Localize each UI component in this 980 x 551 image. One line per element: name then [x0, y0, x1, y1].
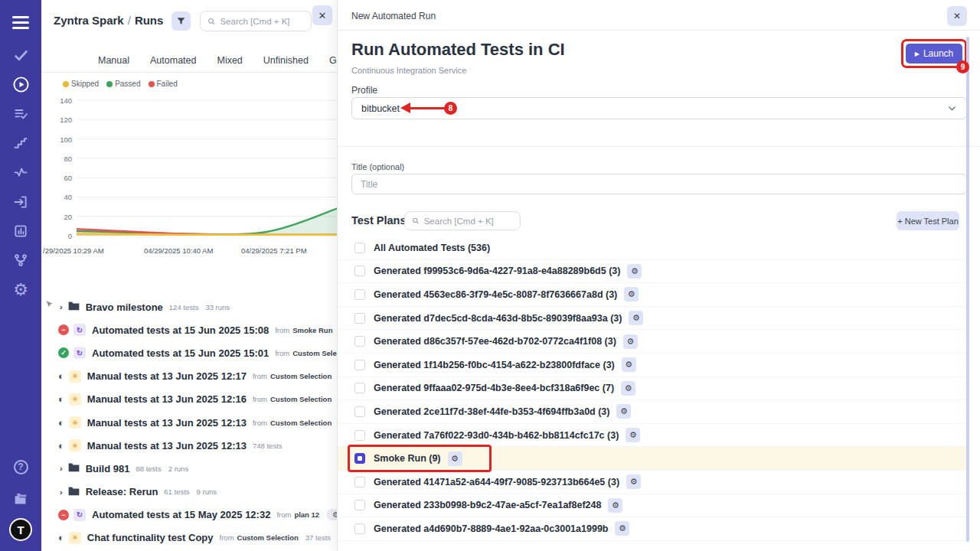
help-icon[interactable]: ? — [0, 456, 41, 478]
test-plan-settings-button[interactable]: ⚙ — [448, 452, 462, 466]
breadcrumb-project[interactable]: Zyntra Spark — [54, 14, 124, 27]
pulse-icon[interactable] — [0, 161, 41, 183]
tab-unfinished[interactable]: Unfinished — [263, 55, 309, 66]
runs-search[interactable] — [200, 11, 312, 31]
filter-button[interactable] — [172, 11, 191, 31]
test-plan-checkbox[interactable] — [354, 453, 365, 464]
tab-groups[interactable]: Groups — [329, 55, 337, 66]
page-subtitle: Continuous Integration Service — [351, 66, 466, 75]
breadcrumb-current: Runs — [135, 14, 164, 27]
test-plan-settings-button[interactable]: ⚙ — [626, 428, 640, 442]
test-plan-settings-button[interactable]: ⚙ — [616, 404, 631, 419]
test-plan-checkbox[interactable] — [354, 313, 365, 324]
runs-folder-row[interactable]: ›Build 98188 tests2 runs — [47, 457, 337, 480]
run-row[interactable]: −↻Automated tests at 15 May 2025 12:32fr… — [47, 504, 337, 527]
test-plan-row[interactable]: Generated 2ce11f7d-38ef-44fe-b353-4f694f… — [338, 400, 967, 424]
run-title: Automated tests at 15 May 2025 12:32 — [92, 509, 270, 520]
branches-icon[interactable] — [0, 249, 41, 271]
test-plan-checkbox[interactable] — [354, 383, 365, 393]
test-plan-settings-button[interactable]: ⚙ — [627, 264, 642, 279]
test-plans-search[interactable] — [404, 211, 521, 230]
test-plan-row[interactable]: Generated 41471a52-a644-49f7-9085-923713… — [338, 471, 967, 494]
chevron-right-icon[interactable]: › — [60, 302, 63, 311]
new-automated-run-drawer: New Automated Run ✕ Run Automated Tests … — [337, 0, 980, 551]
test-plan-row[interactable]: Generated 233b0998-b9c2-47ae-a5cf-7ea1af… — [338, 494, 967, 518]
test-plan-checkbox[interactable] — [354, 523, 365, 534]
test-plan-settings-button[interactable]: ⚙ — [626, 474, 641, 489]
test-plan-row[interactable]: Generated d7dec5cd-8cda-463d-8b5c-89039f… — [338, 307, 967, 331]
test-plan-settings-button[interactable]: ⚙ — [622, 357, 636, 372]
test-plan-settings-button[interactable]: ⚙ — [629, 311, 643, 325]
app-logo[interactable]: T — [0, 519, 41, 540]
test-plan-row[interactable]: Generated a4d690b7-8889-4ae1-92aa-0c3001… — [338, 517, 967, 541]
profile-label: Profile — [351, 85, 377, 96]
run-row[interactable]: ◐✳Chat functinality test CopyfromCustom … — [47, 527, 337, 549]
run-row[interactable]: ◐✳Manual tests at 13 Jun 2025 12:17fromC… — [47, 365, 337, 388]
test-plan-settings-button[interactable]: ⚙ — [621, 381, 635, 396]
test-plan-checkbox[interactable] — [354, 477, 365, 487]
run-row[interactable]: ◐✳Manual tests at 13 Jun 2025 12:13fromC… — [47, 411, 337, 434]
run-row[interactable]: ◐✳Manual tests at 13 Jun 2025 12:16fromC… — [47, 388, 337, 411]
milestones-stairs-icon[interactable] — [0, 132, 41, 154]
test-plan-row[interactable]: Generated d86c357f-57ee-462d-b702-0772ca… — [338, 330, 967, 354]
folder-icon — [68, 300, 80, 314]
test-plan-row[interactable]: Generated 7a76f022-93d0-434b-b462-bb8114… — [338, 424, 967, 448]
test-plan-settings-button[interactable]: ⚙ — [608, 498, 622, 513]
new-test-plan-button[interactable]: + New Test Plan — [897, 211, 959, 230]
test-plan-checkbox[interactable] — [354, 336, 365, 347]
test-plan-checkbox[interactable] — [354, 243, 365, 253]
test-plan-row[interactable]: Generated 9ffaaa02-975d-4b3e-8ee4-bcf318… — [338, 377, 967, 401]
test-plan-settings-button[interactable]: ⚙ — [623, 334, 638, 349]
tab-manual[interactable]: Manual — [98, 55, 129, 66]
manual-run-icon: ✳ — [69, 416, 81, 429]
automated-run-icon: ↻ — [74, 347, 86, 359]
run-title: Automated tests at 15 Jun 2025 15:01 — [92, 347, 269, 359]
test-plan-checkbox[interactable] — [354, 360, 365, 370]
run-row[interactable]: −↻Automated tests at 15 Jun 2025 15:08fr… — [47, 318, 337, 341]
chevron-right-icon[interactable]: › — [60, 464, 63, 473]
test-plan-row[interactable]: Generated f99953c6-9d6a-4227-91a8-e4a882… — [338, 260, 967, 284]
analytics-icon[interactable] — [0, 220, 41, 242]
tab-automated[interactable]: Automated — [150, 55, 196, 66]
automated-run-icon: ↻ — [74, 324, 86, 336]
test-plan-row[interactable]: Generated 1f14b256-f0bc-4154-a622-b23800… — [338, 354, 967, 377]
test-plan-row[interactable]: Generated 4563ec86-3f79-4e5c-8087-8f7636… — [338, 283, 967, 307]
test-plan-checkbox[interactable] — [354, 406, 365, 417]
test-plans-icon[interactable] — [0, 103, 41, 125]
scrollbar[interactable] — [966, 37, 969, 542]
test-plan-row[interactable]: Smoke Run (9)⚙ — [338, 447, 967, 471]
annotation-arrow-head — [400, 103, 410, 113]
test-plan-checkbox[interactable] — [354, 289, 365, 300]
test-plan-row[interactable]: All Automated Tests (536) — [338, 236, 967, 260]
test-plan-settings-button[interactable]: ⚙ — [624, 287, 639, 302]
runs-folder-row[interactable]: ›Bravo milestone124 tests33 runs — [47, 295, 337, 318]
title-input[interactable] — [351, 174, 967, 194]
projects-folders-icon[interactable] — [0, 488, 41, 510]
tests-check-icon[interactable] — [0, 44, 41, 66]
import-icon[interactable] — [0, 191, 41, 213]
launch-button[interactable]: ▶ Launch — [906, 44, 962, 64]
menu-icon[interactable] — [0, 11, 41, 33]
tab-mixed[interactable]: Mixed — [217, 55, 242, 66]
settings-gear-icon[interactable]: ⚙ — [0, 279, 41, 301]
legend-item: Skipped — [63, 80, 99, 88]
run-settings-badge[interactable]: ⚙test — [326, 509, 337, 520]
test-plan-checkbox[interactable] — [354, 266, 365, 276]
runs-search-input[interactable] — [220, 17, 304, 26]
legend-dot — [63, 81, 69, 87]
run-row[interactable]: ✓↻Automated tests at 15 Jun 2025 15:01fr… — [47, 341, 337, 364]
test-plan-checkbox[interactable] — [354, 500, 365, 510]
x-axis-label: /29/2025 10:29 AM — [43, 246, 104, 255]
drawer-close-button[interactable]: ✕ — [947, 6, 967, 26]
runs-play-icon[interactable] — [0, 73, 41, 95]
from-source: Smoke Run — [292, 326, 332, 334]
icon-sidebar: ⚙ ? T — [0, 0, 41, 551]
test-plans-search-input[interactable] — [424, 217, 513, 226]
panel-close-button[interactable]: ✕ — [312, 5, 332, 25]
chevron-right-icon[interactable]: › — [60, 487, 63, 497]
test-plan-settings-button[interactable]: ⚙ — [615, 521, 629, 536]
run-row[interactable]: ◐✳Manual tests at 13 Jun 2025 12:13748 t… — [47, 434, 337, 457]
status-inprogress-icon: ◐ — [58, 441, 64, 451]
runs-folder-row[interactable]: ›Release: Rerun61 tests9 runs — [47, 481, 337, 504]
test-plan-checkbox[interactable] — [354, 430, 365, 441]
